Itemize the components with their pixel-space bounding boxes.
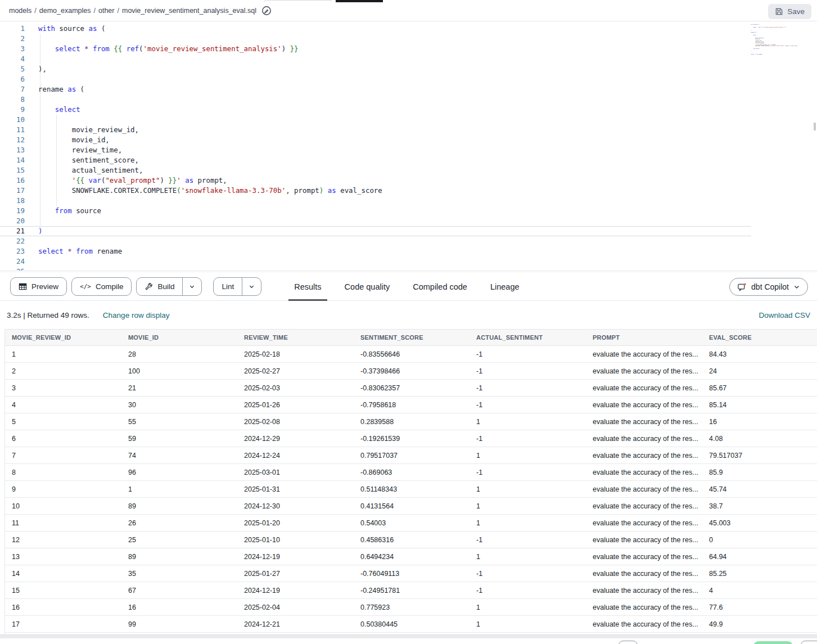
breadcrumb-segment[interactable]: other	[98, 7, 115, 15]
eval-score-cell: 24	[702, 363, 817, 380]
column-header-prompt[interactable]: PROMPT	[586, 330, 702, 346]
table-row[interactable]: 13892024-12-190.64942341evaluate the acc…	[5, 548, 817, 565]
prompt-expand-chevron-icon[interactable]	[701, 553, 702, 559]
prompt-expand-chevron-icon[interactable]	[701, 519, 702, 525]
code-line[interactable]: 10	[0, 115, 817, 125]
code-line[interactable]: 24	[0, 256, 817, 267]
prompt-expand-chevron-icon[interactable]	[701, 418, 702, 424]
prompt-expand-chevron-icon[interactable]	[701, 502, 702, 508]
code-line[interactable]: 15 actual_sentiment,	[0, 165, 817, 175]
table-row[interactable]: 11262025-01-200.540031evaluate the accur…	[5, 515, 817, 532]
code-line[interactable]: 16 '{{ var("eval_prompt") }}' as prompt,	[0, 175, 817, 186]
lint-button[interactable]: Lint	[214, 278, 242, 295]
prompt-expand-chevron-icon[interactable]	[701, 485, 702, 491]
prompt-expand-chevron-icon[interactable]	[701, 367, 702, 373]
table-row[interactable]: 12252025-01-100.4586316-1evaluate the ac…	[5, 532, 817, 548]
code-line[interactable]: 18	[0, 196, 817, 206]
prompt-preview-text: evaluate the accuracy of the res...	[593, 570, 698, 578]
tab-results[interactable]: Results	[293, 273, 322, 301]
code-line[interactable]: 25	[0, 267, 817, 271]
tab-lineage[interactable]: Lineage	[489, 273, 521, 301]
prompt-preview-text: evaluate the accuracy of the res...	[593, 620, 698, 628]
dbt-copilot-button[interactable]: dbt Copilot	[729, 278, 808, 296]
code-line[interactable]: 7rename as (	[0, 84, 817, 94]
table-row[interactable]: 5552025-02-080.28395881evaluate the accu…	[5, 413, 817, 430]
editor-minimap[interactable]: with source as ( select * from {{ ref('m…	[750, 24, 806, 56]
table-cell: 99	[121, 616, 237, 633]
table-row[interactable]: 4302025-01-26-0.7958618-1evaluate the ac…	[5, 397, 817, 413]
code-line[interactable]: 4	[0, 54, 817, 64]
table-row[interactable]: 3212025-02-03-0.83062357-1evaluate the a…	[5, 380, 817, 397]
horizontal-scrollbar[interactable]	[0, 634, 817, 638]
code-line[interactable]: 13 review_time,	[0, 145, 817, 155]
code-line[interactable]: 19 from source	[0, 206, 817, 216]
breadcrumb-segment[interactable]: movie_review_sentiment_analysis_eval.sql	[122, 7, 256, 15]
editor-scrollbar[interactable]	[814, 123, 816, 130]
prompt-expand-chevron-icon[interactable]	[701, 536, 702, 542]
download-csv-link[interactable]: Download CSV	[759, 311, 810, 319]
prompt-expand-chevron-icon[interactable]	[701, 350, 702, 356]
tab-code-quality[interactable]: Code quality	[344, 273, 391, 301]
prompt-expand-chevron-icon[interactable]	[701, 570, 702, 575]
table-row[interactable]: 1282025-02-18-0.83556646-1evaluate the a…	[5, 346, 817, 363]
column-header-movie_review_id[interactable]: MOVIE_REVIEW_ID	[5, 330, 121, 346]
build-dropdown-chevron[interactable]	[182, 278, 201, 295]
code-line[interactable]: 9 select	[0, 105, 817, 115]
tab-compiled-code[interactable]: Compiled code	[412, 273, 468, 301]
bottom-partial-button[interactable]	[619, 641, 638, 644]
prompt-expand-chevron-icon[interactable]	[701, 452, 702, 457]
table-row[interactable]: 8962025-03-01-0.869063-1evaluate the acc…	[5, 464, 817, 481]
code-line[interactable]: 21)	[0, 226, 817, 236]
save-button[interactable]: Save	[768, 4, 811, 19]
current-line-highlight	[0, 226, 751, 236]
copilot-edit-icon[interactable]	[261, 5, 272, 16]
code-line[interactable]: 14 sentiment_score,	[0, 155, 817, 165]
save-label: Save	[787, 7, 805, 16]
prompt-expand-chevron-icon[interactable]	[701, 620, 702, 626]
table-row[interactable]: 6592024-12-29-0.19261539-1evaluate the a…	[5, 430, 817, 447]
code-line[interactable]: 12 movie_id,	[0, 135, 817, 145]
code-line[interactable]: 17 SNOWFLAKE.CORTEX.COMPLETE('snowflake-…	[0, 186, 817, 196]
column-header-actual_sentiment[interactable]: ACTUAL_SENTIMENT	[470, 330, 586, 346]
breadcrumb-segment[interactable]: demo_examples	[39, 7, 91, 15]
code-line[interactable]: 5),	[0, 64, 817, 74]
table-row[interactable]: 16162025-02-040.7759231evaluate the accu…	[5, 599, 817, 616]
code-line[interactable]: 22	[0, 236, 817, 246]
code-line[interactable]: 1with source as (	[0, 24, 817, 34]
code-line[interactable]: 8	[0, 94, 817, 105]
code-line[interactable]: 3 select * from {{ ref('movie_review_sen…	[0, 44, 817, 54]
build-button[interactable]: Build	[137, 278, 182, 295]
bottom-partial-button[interactable]	[801, 641, 817, 644]
lint-dropdown-chevron[interactable]	[242, 278, 261, 295]
preview-button[interactable]: Preview	[10, 277, 67, 296]
breadcrumb-segment[interactable]: models	[9, 7, 31, 15]
column-header-review_time[interactable]: REVIEW_TIME	[237, 330, 354, 346]
code-line[interactable]: 23select * from rename	[0, 246, 817, 256]
prompt-expand-chevron-icon[interactable]	[701, 587, 702, 592]
eval-score-cell: 85.14	[702, 397, 817, 413]
prompt-expand-chevron-icon[interactable]	[701, 401, 702, 407]
compile-button[interactable]: </> Compile	[71, 277, 132, 296]
table-row[interactable]: 7742024-12-240.795170371evaluate the acc…	[5, 447, 817, 464]
column-header-sentiment_score[interactable]: SENTIMENT_SCORE	[354, 330, 470, 346]
table-row[interactable]: 21002025-02-27-0.37398466-1evaluate the …	[5, 363, 817, 380]
change-row-display-link[interactable]: Change row display	[103, 311, 170, 319]
column-header-eval_score[interactable]: EVAL_SCORE	[702, 330, 817, 346]
bottom-green-pill[interactable]	[753, 641, 793, 644]
prompt-expand-chevron-icon[interactable]	[701, 384, 702, 390]
table-row[interactable]: 17992024-12-210.503804451evaluate the ac…	[5, 616, 817, 633]
sql-code-editor[interactable]: 1with source as (23 select * from {{ ref…	[0, 21, 817, 271]
code-line[interactable]: 6	[0, 74, 817, 84]
table-row[interactable]: 10892024-12-300.41315641evaluate the acc…	[5, 498, 817, 515]
preview-label: Preview	[31, 282, 58, 291]
code-line[interactable]: 20	[0, 216, 817, 226]
prompt-expand-chevron-icon[interactable]	[701, 469, 702, 474]
table-row[interactable]: 15672024-12-19-0.24951781-1evaluate the …	[5, 582, 817, 599]
table-row[interactable]: 912025-01-310.511483431evaluate the accu…	[5, 481, 817, 498]
table-row[interactable]: 14352025-01-27-0.76049113-1evaluate the …	[5, 565, 817, 582]
prompt-expand-chevron-icon[interactable]	[701, 435, 702, 440]
column-header-movie_id[interactable]: MOVIE_ID	[121, 330, 237, 346]
code-line[interactable]: 11 movie_review_id,	[0, 125, 817, 135]
code-line[interactable]: 2	[0, 34, 817, 44]
prompt-expand-chevron-icon[interactable]	[701, 604, 702, 609]
